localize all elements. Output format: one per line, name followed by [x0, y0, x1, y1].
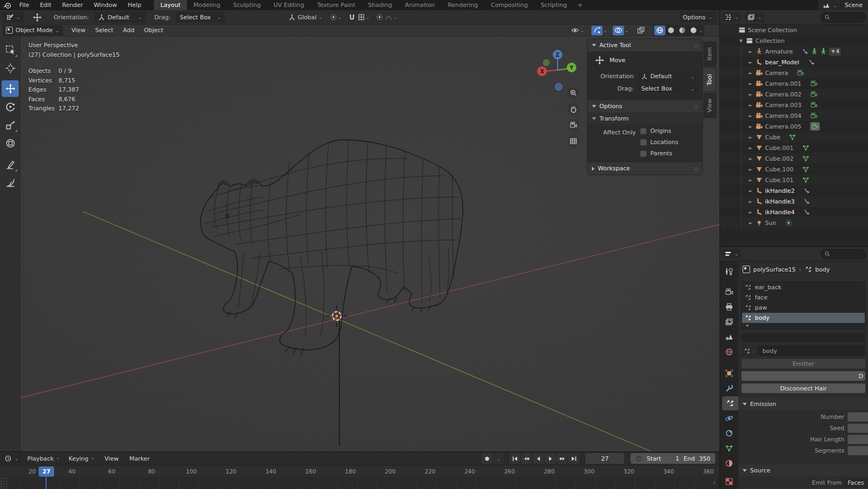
- menu-window[interactable]: Window: [88, 2, 122, 9]
- checkbox-origins[interactable]: [640, 128, 647, 134]
- menu-help[interactable]: Help: [122, 2, 146, 9]
- timeline-menu-playback[interactable]: Playback: [23, 455, 64, 462]
- camdata-icon[interactable]: [810, 112, 818, 119]
- viewport-3d[interactable]: User Perspective (27) Collection | polyS…: [0, 36, 719, 452]
- particle-system-face[interactable]: face: [742, 292, 865, 303]
- collapse-arrow-icon[interactable]: ►: [748, 221, 753, 225]
- properties-tab-object[interactable]: [720, 366, 738, 380]
- workspace-tab-sculpting[interactable]: Sculpting: [227, 0, 267, 10]
- collapse-arrow-icon[interactable]: ►: [748, 114, 753, 118]
- properties-tab-particles[interactable]: [722, 396, 738, 410]
- show-gizmo-toggle[interactable]: [591, 26, 603, 35]
- disconnect-hair-button[interactable]: Disconnect Hair: [741, 383, 865, 393]
- workspace-tab-layout[interactable]: Layout: [154, 0, 187, 10]
- emit-from-dropdown[interactable]: Faces: [845, 478, 868, 487]
- blender-logo-icon[interactable]: [3, 1, 12, 10]
- pose-icon[interactable]: [820, 48, 827, 55]
- outliner-item-camera.004[interactable]: ►Camera.004: [720, 110, 868, 121]
- properties-search-input[interactable]: [820, 249, 866, 259]
- outliner-item-cube.100[interactable]: ►Cube.100: [720, 164, 868, 175]
- outliner-item-sun[interactable]: ►Sun: [720, 217, 868, 228]
- visibility-dropdown[interactable]: [569, 26, 586, 35]
- shading-dropdown[interactable]: [699, 28, 703, 33]
- camdata-icon[interactable]: [797, 69, 804, 77]
- xray-toggle[interactable]: [635, 26, 647, 35]
- workspace-tab-compositing[interactable]: Compositing: [485, 0, 535, 10]
- tool-move[interactable]: [2, 80, 19, 97]
- collapse-arrow-icon[interactable]: ►: [748, 92, 753, 97]
- tool-measure[interactable]: [2, 175, 19, 191]
- outliner-item-cube[interactable]: ►Cube: [720, 132, 868, 142]
- clipped-button[interactable]: D: [741, 371, 865, 381]
- field-value-clipped[interactable]: [848, 424, 868, 433]
- show-overlays-toggle[interactable]: [613, 26, 624, 35]
- meshdata-icon[interactable]: [802, 144, 810, 152]
- collapse-arrow-icon[interactable]: ►: [748, 146, 753, 151]
- zoom-button[interactable]: [567, 87, 580, 99]
- pose-icon[interactable]: [811, 48, 818, 55]
- outliner-item-armature[interactable]: ►Armature4: [720, 46, 868, 57]
- next-keyframe-button[interactable]: [557, 453, 567, 464]
- particle-settings-id[interactable]: body: [741, 345, 865, 356]
- orientation-dropdown[interactable]: Default: [94, 12, 146, 22]
- workspace-tab-uv-editing[interactable]: UV Editing: [267, 0, 310, 10]
- active-tool-panel-header[interactable]: Active Tool::::: [588, 39, 702, 51]
- pivot-point-dropdown[interactable]: [330, 13, 342, 21]
- outliner-display-mode-button[interactable]: [745, 12, 764, 22]
- scene-selector[interactable]: Scene: [818, 0, 868, 10]
- collapse-arrow-icon[interactable]: ►: [748, 49, 753, 54]
- menu-edit[interactable]: Edit: [34, 2, 56, 9]
- prev-frame-button[interactable]: [533, 453, 544, 464]
- outliner-item-camera[interactable]: ►Camera: [720, 67, 868, 78]
- action-icon[interactable]: [802, 48, 809, 55]
- properties-tab-scene[interactable]: [720, 330, 738, 344]
- proportional-falloff-dropdown[interactable]: [385, 13, 397, 21]
- tool-rotate[interactable]: [2, 99, 19, 115]
- viewport-menu-add[interactable]: Add: [118, 27, 139, 34]
- collapse-arrow-icon[interactable]: ►: [748, 124, 753, 129]
- start-value[interactable]: 1: [665, 455, 679, 462]
- workspace-tab-modeling[interactable]: Modeling: [187, 0, 227, 10]
- workspace-tab-rendering[interactable]: Rendering: [441, 0, 484, 10]
- field-value-clipped[interactable]: [848, 412, 868, 422]
- particle-type-button[interactable]: Emitter: [741, 359, 865, 368]
- timeline-menu-view[interactable]: View: [99, 455, 124, 462]
- checkbox-parents[interactable]: [640, 151, 647, 157]
- camdata-icon[interactable]: [810, 101, 818, 109]
- collapse-arrow-icon[interactable]: ►: [748, 178, 753, 183]
- jump-end-button[interactable]: [568, 453, 579, 464]
- transform-orientation-dropdown[interactable]: Global: [288, 14, 323, 21]
- properties-tab-constraints[interactable]: [720, 426, 738, 440]
- collapse-arrow-icon[interactable]: ▼: [738, 39, 744, 43]
- outliner-item-ikhandle4[interactable]: ►ikHandle4: [720, 207, 868, 217]
- properties-tab-data[interactable]: [720, 441, 738, 455]
- camdata-icon[interactable]: [810, 122, 820, 131]
- editor-type-button[interactable]: [2, 12, 24, 22]
- active-tool-move-icon[interactable]: [33, 13, 42, 22]
- camdata-icon[interactable]: [810, 91, 818, 98]
- transform-subpanel-header[interactable]: Transform: [588, 112, 702, 124]
- shading-solid-button[interactable]: [665, 26, 677, 35]
- outliner-item-camera.002[interactable]: ►Camera.002: [720, 89, 868, 100]
- collapse-arrow-icon[interactable]: ►: [748, 156, 753, 161]
- menu-render[interactable]: Render: [57, 2, 88, 9]
- current-frame-badge[interactable]: 27: [39, 467, 54, 477]
- meshdata-icon[interactable]: [802, 155, 810, 162]
- outliner-item-camera.003[interactable]: ►Camera.003: [720, 100, 868, 110]
- sundata-icon[interactable]: [785, 219, 792, 227]
- outliner-item-ikhandle2[interactable]: ►ikHandle2: [720, 185, 868, 196]
- prev-keyframe-button[interactable]: [521, 453, 532, 464]
- tool-select-box[interactable]: [2, 42, 19, 58]
- timeline-track[interactable]: [0, 477, 719, 489]
- outliner-item-bear_model[interactable]: ►bear_Model: [720, 57, 868, 67]
- viewport-menu-view[interactable]: View: [66, 27, 90, 34]
- end-value[interactable]: 350: [699, 455, 710, 462]
- workspace-tab-animation[interactable]: Animation: [398, 0, 441, 10]
- timeline-ruler[interactable]: 2040608010012014016018020022024026028030…: [0, 465, 719, 478]
- list-expand[interactable]: [742, 323, 865, 329]
- gizmo-dropdown[interactable]: [603, 28, 607, 33]
- timeline-menu-marker[interactable]: Marker: [124, 455, 155, 462]
- action-icon[interactable]: [808, 58, 815, 66]
- sidebar-tab-view[interactable]: View: [703, 93, 716, 118]
- drag-dropdown[interactable]: Select Box: [176, 12, 225, 22]
